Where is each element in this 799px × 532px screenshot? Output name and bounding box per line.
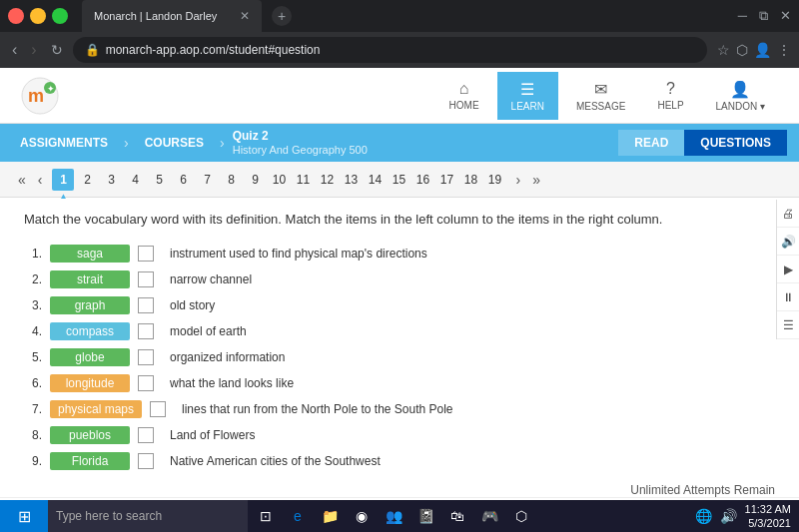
profile-icon[interactable]: 👤 xyxy=(754,42,771,58)
page-16[interactable]: 16 xyxy=(411,169,433,191)
nav-message[interactable]: ✉ MESSAGE xyxy=(562,72,639,120)
svg-text:m: m xyxy=(28,86,44,106)
checkbox-2[interactable] xyxy=(138,271,154,287)
prev-page-btn[interactable]: ‹ xyxy=(32,172,49,188)
bookmark-icon[interactable]: ☆ xyxy=(717,42,730,58)
restore-window-icon[interactable]: ⧉ xyxy=(759,8,768,24)
breadcrumb-sep1: › xyxy=(124,135,129,151)
network-icon: 🌐 xyxy=(695,508,712,524)
refresh-btn[interactable]: ↻ xyxy=(47,42,67,58)
close-window-icon[interactable]: ✕ xyxy=(780,8,791,24)
attempts-row: Unlimited Attempts Remain xyxy=(0,478,799,497)
minimize-btn[interactable] xyxy=(30,8,46,24)
checkbox-9[interactable] xyxy=(138,453,154,469)
breadcrumb-nav: ASSIGNMENTS › COURSES › Quiz 2 History A… xyxy=(0,124,799,162)
page-15[interactable]: 15 xyxy=(388,169,409,191)
page-7[interactable]: 7 xyxy=(196,169,218,191)
browser-tab[interactable]: Monarch | Landon Darley ✕ xyxy=(82,0,262,32)
taskbar-search[interactable]: Type here to search xyxy=(48,500,248,532)
match-table: 1. saga instrument used to find physical… xyxy=(24,243,775,472)
breadcrumb-subject: History And Geography 500 xyxy=(233,144,368,157)
page-17[interactable]: 17 xyxy=(435,169,457,191)
close-btn[interactable] xyxy=(8,8,24,24)
table-row: 4. compass model of earth xyxy=(24,320,775,342)
last-page-btn[interactable]: » xyxy=(526,172,546,188)
extensions-icon[interactable]: ⬡ xyxy=(736,42,748,58)
new-tab-btn[interactable]: + xyxy=(272,6,292,26)
page-11[interactable]: 11 xyxy=(292,169,314,191)
page-9[interactable]: 9 xyxy=(244,169,266,191)
page-14[interactable]: 14 xyxy=(364,169,386,191)
table-row: 9. Florida Native American cities of the… xyxy=(24,450,775,472)
minimize-window-icon[interactable]: ─ xyxy=(738,8,747,24)
page-13[interactable]: 13 xyxy=(340,169,362,191)
message-icon: ✉ xyxy=(594,80,607,99)
page-numbers: 1 ▲ 2 3 4 5 6 7 8 9 10 11 12 13 14 15 16… xyxy=(52,169,505,191)
forward-btn[interactable]: › xyxy=(27,41,40,59)
page-6[interactable]: 6 xyxy=(172,169,194,191)
page-3[interactable]: 3 xyxy=(100,169,122,191)
start-button[interactable]: ⊞ xyxy=(0,500,48,532)
questions-button[interactable]: QUESTIONS xyxy=(684,130,787,156)
page-5[interactable]: 5 xyxy=(148,169,170,191)
chrome-icon[interactable]: ◉ xyxy=(348,500,376,532)
maximize-btn[interactable] xyxy=(52,8,68,24)
checkbox-8[interactable] xyxy=(138,427,154,443)
nav-learn[interactable]: ☰ LEARN xyxy=(497,72,558,120)
explorer-icon[interactable]: 📁 xyxy=(316,500,344,532)
read-button[interactable]: READ xyxy=(618,130,684,156)
next-page-btn[interactable]: › xyxy=(509,172,526,188)
settings-tool[interactable]: ☰ xyxy=(777,311,799,339)
menu-icon[interactable]: ⋮ xyxy=(777,42,791,58)
taskbar-right: 🌐 🔊 11:32 AM 5/3/2021 xyxy=(695,502,799,531)
checkbox-1[interactable] xyxy=(138,246,154,262)
page-2[interactable]: 2 xyxy=(76,169,98,191)
nav-user[interactable]: 👤 LANDON ▾ xyxy=(702,72,779,120)
page-12[interactable]: 12 xyxy=(316,169,338,191)
page-1[interactable]: 1 ▲ xyxy=(52,169,74,191)
browser-titlebar: Monarch | Landon Darley ✕ + ─ ⧉ ✕ xyxy=(0,0,799,32)
home-icon: ⌂ xyxy=(459,80,469,98)
page-19[interactable]: 19 xyxy=(483,169,505,191)
breadcrumb-actions: READ QUESTIONS xyxy=(618,130,787,156)
first-page-btn[interactable]: « xyxy=(12,172,32,188)
pagination-bar: « ‹ 1 ▲ 2 3 4 5 6 7 8 9 10 11 12 13 14 1… xyxy=(0,162,799,198)
tab-title: Monarch | Landon Darley xyxy=(94,10,232,22)
store-icon[interactable]: 🛍 xyxy=(443,500,471,532)
nav-help[interactable]: ? HELP xyxy=(643,72,697,119)
play-tool[interactable]: ▶ xyxy=(777,256,799,283)
page-8[interactable]: 8 xyxy=(220,169,242,191)
print-tool[interactable]: 🖨 xyxy=(777,200,799,228)
taskbar-icons: ⊡ e 📁 ◉ 👥 📓 🛍 🎮 ⬡ xyxy=(248,500,539,532)
steam-icon[interactable]: 🎮 xyxy=(475,500,503,532)
url-text: monarch-app.aop.com/student#question xyxy=(106,43,321,57)
breadcrumb-courses[interactable]: COURSES xyxy=(137,136,212,150)
pause-tool[interactable]: ⏸ xyxy=(777,283,799,311)
onenote-icon[interactable]: 📓 xyxy=(411,500,439,532)
teams-icon[interactable]: 👥 xyxy=(380,500,407,532)
learn-icon: ☰ xyxy=(520,80,534,99)
page-10[interactable]: 10 xyxy=(268,169,290,191)
table-row: 8. pueblos Land of Flowers xyxy=(24,424,775,446)
breadcrumb-assignments[interactable]: ASSIGNMENTS xyxy=(12,136,116,150)
edge-icon[interactable]: e xyxy=(284,500,312,532)
address-bar[interactable]: 🔒 monarch-app.aop.com/student#question xyxy=(73,37,707,63)
task-view-icon[interactable]: ⊡ xyxy=(252,500,280,532)
address-bar-row: ‹ › ↻ 🔒 monarch-app.aop.com/student#ques… xyxy=(0,32,799,68)
audio-tool[interactable]: 🔊 xyxy=(777,228,799,256)
back-btn[interactable]: ‹ xyxy=(8,41,21,59)
checkbox-4[interactable] xyxy=(138,323,154,339)
svg-text:✦: ✦ xyxy=(47,84,55,94)
page-18[interactable]: 18 xyxy=(459,169,481,191)
checkbox-6[interactable] xyxy=(138,375,154,391)
checkbox-7[interactable] xyxy=(150,401,166,417)
nav-home[interactable]: ⌂ HOME xyxy=(435,72,493,119)
extra-icon[interactable]: ⬡ xyxy=(507,500,535,532)
tab-close-icon[interactable]: ✕ xyxy=(240,9,250,23)
checkbox-5[interactable] xyxy=(138,349,154,365)
checkbox-3[interactable] xyxy=(138,297,154,313)
page-4[interactable]: 4 xyxy=(124,169,146,191)
header-nav: ⌂ HOME ☰ LEARN ✉ MESSAGE ? HELP 👤 LANDON… xyxy=(435,72,779,120)
table-row: 1. saga instrument used to find physical… xyxy=(24,243,775,265)
breadcrumb-quiz: Quiz 2 xyxy=(233,129,368,143)
